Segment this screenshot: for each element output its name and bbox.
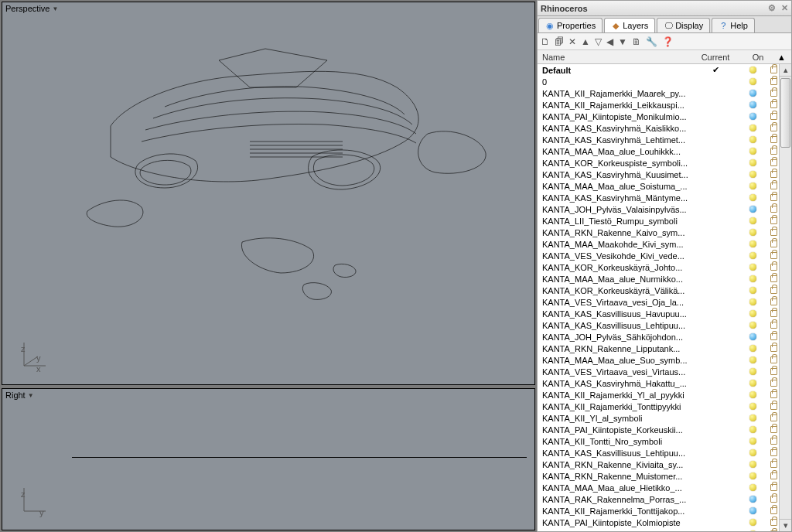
bulb-icon[interactable] xyxy=(749,287,756,294)
col-name[interactable]: Name xyxy=(538,53,692,62)
bulb-icon[interactable] xyxy=(749,356,756,363)
layer-on-toggle[interactable] xyxy=(739,124,766,133)
layer-row[interactable]: KANTA_KOR_Korkeuspiste_symboli... xyxy=(538,157,791,169)
close-icon[interactable]: ✕ xyxy=(781,3,788,12)
scrollbar-vertical[interactable]: ▴ ▾ xyxy=(779,64,791,531)
bulb-icon[interactable] xyxy=(749,438,756,445)
layer-on-toggle[interactable] xyxy=(739,309,766,319)
layer-row[interactable]: KANTA_VES_Virtaava_vesi_Virtaus... xyxy=(538,366,791,377)
new-sublayer-icon[interactable]: 🗐 xyxy=(555,36,564,47)
layer-row[interactable]: KANTA_KAS_Kasviryhmä_Mäntyme... xyxy=(538,192,791,203)
layer-on-toggle[interactable] xyxy=(739,66,766,75)
layer-on-toggle[interactable] xyxy=(739,170,766,179)
bulb-icon[interactable] xyxy=(749,368,756,375)
layer-on-toggle[interactable] xyxy=(739,460,766,469)
layer-row[interactable]: KANTA_KAS_Kasvillisuus_Havupuu... xyxy=(538,308,791,319)
layer-on-toggle[interactable] xyxy=(739,344,766,353)
viewport-perspective[interactable]: Perspective ▼ xyxy=(2,2,535,385)
layer-row[interactable]: KANTA_JOH_Pylväs_Sähköjohdon... xyxy=(538,331,791,343)
bulb-icon[interactable] xyxy=(749,472,756,479)
layer-row[interactable]: KANTA_RKN_Rakenne_Muistomer... xyxy=(538,470,791,482)
scroll-thumb[interactable] xyxy=(780,78,790,148)
bulb-icon[interactable] xyxy=(749,333,756,340)
layer-on-toggle[interactable] xyxy=(739,425,766,435)
chevron-down-icon[interactable]: ▼ xyxy=(52,5,58,12)
layer-on-toggle[interactable] xyxy=(739,472,766,481)
bulb-icon[interactable] xyxy=(749,298,756,305)
bulb-icon[interactable] xyxy=(749,101,756,108)
new-layer-icon[interactable]: 🗋 xyxy=(541,36,550,47)
layer-row[interactable]: KANTA_KII_Rajamerkki_Tonttijakop... xyxy=(538,505,791,517)
bulb-icon[interactable] xyxy=(749,322,756,329)
tab-properties[interactable]: ◉ Properties xyxy=(538,18,603,32)
layer-on-toggle[interactable] xyxy=(739,135,766,145)
layer-on-toggle[interactable] xyxy=(739,506,766,516)
tab-layers[interactable]: ◆ Layers xyxy=(604,18,655,32)
bulb-icon[interactable] xyxy=(749,124,756,131)
layer-row[interactable]: KANTA_KAS_Kasviryhmä_Hakattu_... xyxy=(538,377,791,389)
bulb-icon[interactable] xyxy=(749,194,756,201)
layer-row[interactable]: KANTA_KAS_Kasvillisuus_Lehtipuu... xyxy=(538,319,791,331)
bulb-icon[interactable] xyxy=(749,148,756,155)
tab-display[interactable]: 🖵 Display xyxy=(657,18,710,32)
bulb-icon[interactable] xyxy=(749,90,756,97)
layer-on-toggle[interactable] xyxy=(739,251,766,261)
viewport-right[interactable]: Right ▼ z y xyxy=(2,388,535,530)
layer-on-toggle[interactable] xyxy=(739,240,766,249)
layer-row[interactable]: KANTA_KII_Yl_al_symboli xyxy=(538,412,791,424)
layer-row[interactable]: 0 xyxy=(538,76,791,87)
bulb-icon[interactable] xyxy=(749,449,756,456)
scroll-down-icon[interactable]: ▾ xyxy=(780,519,791,531)
layer-on-toggle[interactable] xyxy=(739,367,766,377)
layer-on-toggle[interactable] xyxy=(739,495,766,504)
layer-on-toggle[interactable] xyxy=(739,101,766,110)
layer-on-toggle[interactable] xyxy=(739,298,766,307)
layer-on-toggle[interactable] xyxy=(739,205,766,214)
layer-on-toggle[interactable] xyxy=(739,518,766,527)
layer-on-toggle[interactable] xyxy=(739,437,766,446)
bulb-icon[interactable] xyxy=(749,414,756,421)
layer-on-toggle[interactable] xyxy=(739,402,766,411)
layer-row[interactable]: KANTA_KAS_Kasviryhmä_Lehtimet... xyxy=(538,134,791,145)
layer-row[interactable]: Default✔ xyxy=(538,64,791,76)
layer-on-toggle[interactable] xyxy=(739,112,766,121)
layer-on-toggle[interactable] xyxy=(739,321,766,330)
layer-row[interactable]: KANTA_KAS_Kasvillisuus_Lehtipuu... xyxy=(538,447,791,459)
bulb-icon[interactable] xyxy=(749,380,756,387)
layer-on-toggle[interactable] xyxy=(739,448,766,458)
bulb-icon[interactable] xyxy=(749,461,756,468)
bulb-icon[interactable] xyxy=(749,426,756,433)
layer-row[interactable]: KANTA_MAA_Maa_alue_Suo_symb... xyxy=(538,354,791,366)
layer-row[interactable]: KANTA_KOR_Korkeuskäyrä_Johto... xyxy=(538,261,791,273)
bulb-icon[interactable] xyxy=(749,136,756,143)
layer-row[interactable]: KANTA_PAI_Kiintopiste_Korkeuskii... xyxy=(538,424,791,435)
gear-icon[interactable]: ⚙ xyxy=(768,3,776,12)
layer-on-toggle[interactable] xyxy=(739,159,766,168)
layer-on-toggle[interactable] xyxy=(739,530,766,532)
layer-on-toggle[interactable] xyxy=(739,275,766,284)
layer-row[interactable]: KANTA_KII_Rajamerkki_Yl_al_pyykki xyxy=(538,389,791,401)
bulb-icon[interactable] xyxy=(749,519,756,526)
bulb-icon[interactable] xyxy=(749,252,756,259)
layer-on-toggle[interactable] xyxy=(739,217,766,226)
bulb-icon[interactable] xyxy=(749,345,756,352)
layer-on-toggle[interactable] xyxy=(739,89,766,98)
left-icon[interactable]: ◀ xyxy=(606,36,613,47)
layer-row[interactable]: KANTA_MAA_Maa_alue_Nurmikko... xyxy=(538,273,791,285)
bulb-icon[interactable] xyxy=(749,240,756,247)
bulb-icon[interactable] xyxy=(749,310,756,317)
viewport-title-perspective[interactable]: Perspective ▼ xyxy=(5,4,58,13)
layer-row[interactable]: KANTA_KII_Rajamerkki_Leikkauspi... xyxy=(538,99,791,111)
bulb-icon[interactable] xyxy=(749,113,756,120)
layer-row[interactable]: KANTA_KAS_Kasviryhmä_Kuusimet... xyxy=(538,169,791,180)
page-icon[interactable]: 🗎 xyxy=(632,36,641,47)
bulb-icon[interactable] xyxy=(749,507,756,514)
bulb-icon[interactable] xyxy=(749,403,756,410)
layer-row[interactable]: KANTA_VES_Virtaava_vesi_Oja_la... xyxy=(538,296,791,308)
delete-icon[interactable]: ✕ xyxy=(568,36,576,47)
layer-on-toggle[interactable] xyxy=(739,228,766,237)
layer-on-toggle[interactable] xyxy=(739,379,766,388)
layer-on-toggle[interactable] xyxy=(739,193,766,203)
layer-row[interactable]: KANTA_MAA_Maa_alue_Hietikko_... xyxy=(538,482,791,493)
layer-row[interactable]: KANTA_RKN_Rakenne_Lipputank... xyxy=(538,343,791,354)
